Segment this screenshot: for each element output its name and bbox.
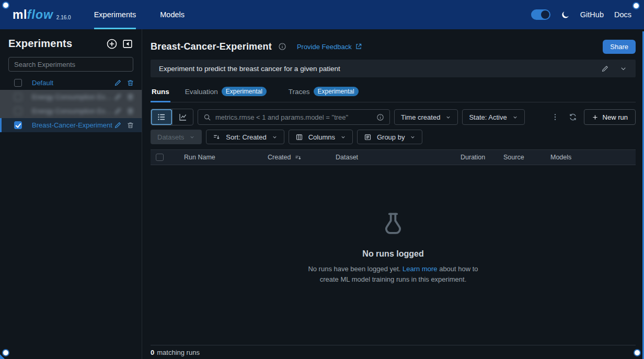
sidebar-item-redacted[interactable]: Energy Consumption Exp...: [0, 104, 142, 118]
sidebar-item-breast-cancer-experiment[interactable]: Breast-Cancer-Experiment: [0, 118, 142, 132]
run-search-box: [198, 109, 390, 125]
search-info-icon[interactable]: [376, 113, 384, 121]
experiment-name[interactable]: Breast-Cancer-Experiment: [32, 121, 114, 129]
delete-icon[interactable]: [126, 107, 134, 115]
chevron-down-icon: [410, 134, 416, 140]
experimental-badge: Experimental: [314, 87, 359, 96]
state-filter-dropdown[interactable]: State: Active: [462, 109, 524, 125]
moon-icon: [561, 10, 570, 19]
handle-dot-top-left: [3, 3, 8, 8]
experiment-name[interactable]: Default: [32, 79, 114, 87]
matching-runs-label: matching runs: [157, 349, 200, 356]
delete-icon[interactable]: [126, 93, 134, 101]
chevron-down-icon: [340, 134, 346, 140]
logo-flow: flow: [27, 8, 53, 22]
edit-icon[interactable]: [114, 107, 122, 115]
experiment-name[interactable]: Energy Consumption Exp...: [32, 93, 114, 101]
experiment-main-panel: Breast-Cancer-Experiment Provide Feedbac…: [142, 29, 644, 359]
dropdown-label: State: Active: [469, 113, 507, 121]
add-experiment-icon[interactable]: [106, 38, 118, 50]
delete-icon[interactable]: [126, 121, 134, 129]
edit-icon[interactable]: [114, 121, 122, 129]
tab-label: Evaluation: [185, 88, 218, 96]
handle-dot-bottom-right: [635, 350, 640, 355]
experiments-sidebar: Experiments Default Energy Cons: [0, 29, 142, 359]
handle-dot-top-right: [634, 3, 639, 8]
new-run-label: New run: [603, 113, 628, 121]
chevron-down-icon[interactable]: [619, 65, 627, 73]
tab-runs[interactable]: Runs: [151, 84, 170, 102]
group-by-dropdown[interactable]: Group by: [357, 130, 422, 144]
experiment-tabs: Runs Evaluation Experimental Traces Expe…: [151, 84, 636, 102]
mlflow-logo[interactable]: mlflow 2.16.0: [13, 0, 71, 29]
top-navbar: mlflow 2.16.0 Experiments Models GitHub …: [0, 0, 644, 29]
dropdown-label: Group by: [377, 133, 405, 141]
dropdown-label: Sort: Created: [226, 133, 266, 141]
list-view-button[interactable]: [151, 109, 172, 125]
view-mode-switch: [151, 109, 193, 125]
columns-icon: [295, 133, 303, 141]
nav-tab-models[interactable]: Models: [160, 0, 185, 29]
edit-icon[interactable]: [114, 93, 122, 101]
experimental-badge: Experimental: [222, 87, 267, 96]
experiment-checkbox[interactable]: [14, 107, 22, 115]
experiment-checkbox[interactable]: [14, 79, 22, 87]
sidebar-header-icons: [106, 38, 133, 50]
docs-link[interactable]: Docs: [614, 10, 631, 19]
tab-label: Runs: [152, 88, 169, 96]
experiment-checkbox-checked[interactable]: [14, 121, 22, 129]
sidebar-item-default[interactable]: Default: [0, 76, 142, 90]
overflow-menu-button[interactable]: [548, 110, 562, 124]
page-title: Breast-Cancer-Experiment: [151, 41, 272, 52]
list-view-icon: [157, 112, 166, 122]
matching-runs-count: 0: [151, 349, 154, 356]
chevron-down-icon: [272, 134, 278, 140]
edit-icon[interactable]: [114, 79, 122, 87]
experiment-name[interactable]: Energy Consumption Exp...: [32, 107, 114, 115]
search-experiments-input[interactable]: [8, 57, 133, 72]
sidebar-item-redacted[interactable]: Energy Consumption Exp...: [0, 90, 142, 104]
columns-dropdown[interactable]: Columns: [289, 130, 353, 144]
provide-feedback-link[interactable]: Provide Feedback: [297, 43, 362, 51]
experiment-checkbox[interactable]: [14, 93, 22, 101]
empty-state: No runs logged No runs have been logged …: [151, 152, 636, 345]
tab-traces[interactable]: Traces Experimental: [288, 84, 360, 102]
datasets-dropdown[interactable]: Datasets: [151, 130, 202, 144]
new-run-button[interactable]: New run: [584, 109, 636, 125]
dropdown-label: Time created: [401, 113, 440, 121]
sort-icon: [213, 133, 221, 141]
sidebar-search: [8, 57, 133, 72]
sidebar-title: Experiments: [8, 38, 72, 50]
app-body: Experiments Default Energy Cons: [0, 29, 644, 359]
github-link[interactable]: GitHub: [580, 10, 604, 19]
empty-text-before: No runs have been logged yet.: [308, 265, 402, 273]
handle-dot-bottom-left: [3, 350, 8, 355]
external-link-icon: [355, 43, 362, 50]
nav-tab-experiments[interactable]: Experiments: [94, 0, 136, 29]
delete-icon[interactable]: [126, 79, 134, 87]
theme-toggle[interactable]: [531, 9, 550, 20]
sort-dropdown[interactable]: Sort: Created: [206, 130, 284, 144]
learn-more-link[interactable]: Learn more: [402, 265, 437, 273]
collapse-sidebar-icon[interactable]: [122, 38, 133, 50]
chevron-down-icon: [445, 114, 451, 120]
info-icon[interactable]: [278, 42, 286, 51]
share-button[interactable]: Share: [603, 40, 636, 54]
experiment-title-row: Breast-Cancer-Experiment Provide Feedbac…: [151, 39, 636, 54]
runs-secondary-toolbar: Datasets Sort: Created Columns Group by: [151, 130, 636, 144]
edit-description-icon[interactable]: [601, 65, 609, 73]
nav-right: GitHub Docs: [531, 0, 631, 29]
chevron-down-icon: [189, 134, 195, 140]
refresh-button[interactable]: [566, 110, 580, 124]
search-icon: [203, 113, 211, 121]
logo-ml: ml: [13, 8, 27, 22]
chart-view-button[interactable]: [172, 109, 193, 125]
empty-state-title: No runs logged: [362, 249, 423, 259]
tab-evaluation[interactable]: Evaluation Experimental: [184, 84, 268, 102]
refresh-icon: [569, 113, 577, 121]
feedback-label: Provide Feedback: [297, 43, 352, 51]
run-filter-input[interactable]: [215, 113, 372, 121]
experiment-description: Experiment to predict the breast cancer …: [151, 60, 636, 77]
time-created-dropdown[interactable]: Time created: [394, 109, 458, 125]
chart-view-icon: [178, 112, 188, 122]
